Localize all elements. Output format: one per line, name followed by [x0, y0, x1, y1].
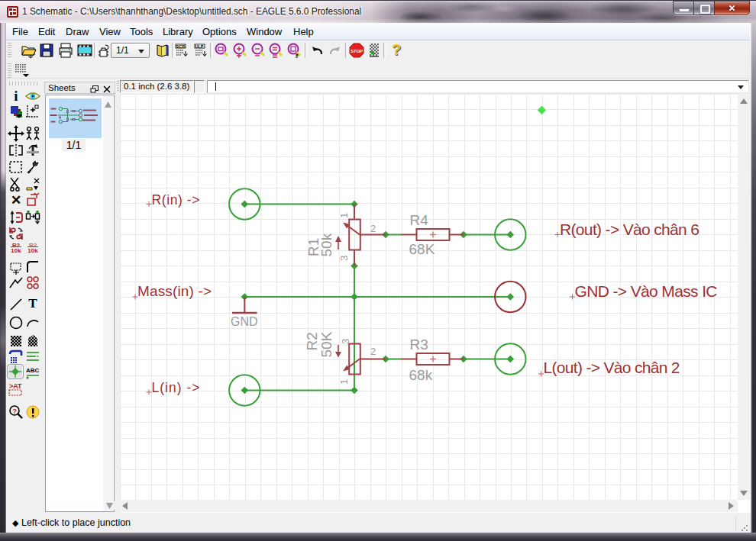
svg-text:3: 3 [338, 256, 350, 261]
svg-text:ABC: ABC [26, 367, 40, 374]
svg-text:R(out) -> Vào chân 6: R(out) -> Vào chân 6 [560, 221, 699, 238]
svg-text:L(out) -> Vào chân 2: L(out) -> Vào chân 2 [544, 359, 680, 376]
svg-text:SCR: SCR [176, 44, 186, 49]
svg-text:2: 2 [370, 223, 376, 234]
svg-text:68k: 68k [409, 367, 433, 383]
svg-text:R3: R3 [410, 337, 428, 353]
svg-text:>AT: >AT [9, 382, 22, 390]
svg-text:Mass(in) ->: Mass(in) -> [137, 283, 212, 299]
svg-text:R4: R4 [410, 212, 429, 228]
svg-text:GND: GND [231, 315, 258, 328]
svg-text:50k: 50k [318, 233, 334, 256]
svg-text:?: ? [13, 407, 18, 415]
svg-text:1: 1 [338, 379, 350, 385]
svg-text:R(in) ->: R(in) -> [152, 192, 200, 208]
svg-text:L(in) ->: L(in) -> [152, 380, 200, 395]
svg-text:2: 2 [370, 346, 376, 357]
svg-text:GND -> Vào Mass IC: GND -> Vào Mass IC [575, 282, 718, 300]
svg-text:1: 1 [338, 213, 350, 218]
svg-text:68K: 68K [409, 241, 435, 257]
svg-text:50K: 50K [318, 331, 334, 357]
svg-text:3: 3 [340, 339, 351, 344]
svg-text:STOP: STOP [351, 49, 363, 53]
svg-text:ULP: ULP [195, 44, 204, 49]
